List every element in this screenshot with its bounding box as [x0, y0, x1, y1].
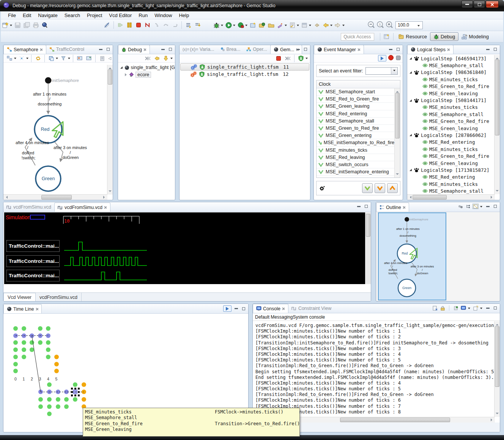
vcd-vscrollbar[interactable] — [365, 212, 371, 284]
forward-dropdown-icon[interactable] — [342, 25, 345, 27]
timeline-step-dot[interactable] — [38, 333, 43, 338]
timeline-step-dot[interactable] — [47, 412, 52, 416]
logical-step-row[interactable]: LogicalStep [986361840] — [407, 69, 494, 76]
step-into-icon[interactable] — [153, 21, 161, 29]
zoom-original-icon[interactable]: 1 — [376, 21, 384, 29]
pin-icon[interactable] — [98, 54, 106, 63]
timeline-step-dot[interactable] — [56, 404, 60, 409]
save-icon[interactable] — [13, 21, 22, 29]
timeline-step-dot[interactable] — [46, 355, 50, 359]
clock-row[interactable]: MSE_switch_occurs — [317, 161, 394, 168]
maximize-panel-icon[interactable] — [492, 204, 498, 209]
selection-handle[interactable] — [71, 394, 73, 396]
clock-row[interactable]: MSE_Green_to_Red_fire — [317, 125, 394, 132]
expanded-icon[interactable] — [410, 134, 412, 136]
minimize-panel-icon[interactable] — [295, 47, 301, 52]
clock-row[interactable]: MSE_Green_entering — [317, 132, 394, 139]
timeline-step-dot[interactable] — [54, 369, 59, 373]
clock-row[interactable]: MSE_Red_leaving — [317, 154, 394, 161]
selection-handle[interactable] — [74, 394, 76, 396]
timeline-step-dot[interactable] — [13, 340, 18, 345]
open-perspective-icon[interactable] — [258, 21, 266, 29]
expanded-icon[interactable] — [120, 66, 123, 69]
minimize-panel-icon[interactable] — [485, 204, 491, 209]
selection-handle[interactable] — [74, 388, 76, 390]
view-menu-icon[interactable] — [170, 58, 173, 60]
selected-step-dot[interactable] — [73, 390, 77, 394]
mse-event-row[interactable]: MSE_Semaphore_stall — [407, 187, 494, 194]
open-perspective-button[interactable] — [383, 33, 391, 41]
outline-thumbnail[interactable]: initSemaphore after 1 on minutes/dosomet… — [378, 212, 446, 300]
stop-engine-icon[interactable] — [274, 54, 283, 63]
maximize-panel-icon[interactable] — [363, 204, 369, 209]
timeline-step-dot[interactable] — [73, 382, 77, 387]
close-icon[interactable] — [447, 48, 450, 51]
selection-handle[interactable] — [78, 388, 80, 390]
clock-row[interactable]: MSE_Semaphore_start — [317, 88, 394, 96]
timeline-step-dot[interactable] — [22, 355, 26, 359]
logical-step-row[interactable]: LogicalStep [646594173] — [407, 55, 494, 62]
mse-event-row[interactable]: MSE_minutes_ticks — [407, 104, 494, 111]
timeline-step-dot[interactable] — [38, 404, 43, 409]
timeline-step-dot[interactable] — [82, 382, 86, 387]
timeline-step-dot[interactable] — [47, 382, 52, 387]
mse-event-row[interactable]: MSE_Semaphore_stall — [407, 62, 494, 69]
timeline-step-dot[interactable] — [46, 340, 50, 345]
tab-semaphore[interactable]: Semaphore — [3, 45, 46, 54]
close-icon[interactable] — [143, 48, 146, 51]
back-annotation-icon[interactable] — [312, 21, 321, 29]
export-diagram-icon[interactable] — [85, 54, 93, 63]
outline-tree-icon[interactable] — [465, 204, 471, 209]
timeline-step-dot[interactable] — [13, 347, 18, 352]
record-button[interactable] — [388, 55, 394, 62]
page-vcd-viewer[interactable]: Vcd Viewer — [3, 293, 36, 302]
tab-logical-steps[interactable]: Logical Steps — [407, 45, 454, 54]
resume-icon[interactable] — [116, 21, 124, 29]
show-instructions-icon[interactable] — [184, 21, 192, 29]
timeline-step-dot[interactable] — [82, 390, 86, 394]
open-console-dropdown-icon[interactable] — [480, 308, 482, 310]
tab-vcd-2[interactable]: vcdFromSimu.vcd — [54, 203, 110, 212]
vcd-waveform-area[interactable]: Simulation 10 TrafficControl::mai...Traf… — [4, 212, 366, 284]
close-icon[interactable] — [282, 307, 285, 310]
checklist-dropdown-icon[interactable] — [297, 25, 299, 27]
perspective-debug[interactable]: Debug — [430, 32, 458, 41]
selection-handle[interactable] — [78, 391, 80, 393]
clock-row[interactable]: MSE_Semaphore_stall — [317, 118, 394, 125]
selection-handle[interactable] — [78, 394, 80, 396]
menu-vcd-editor[interactable]: Vcd Editor — [106, 12, 135, 19]
menu-file[interactable]: File — [5, 12, 19, 19]
dispose-engines-icon[interactable] — [284, 54, 292, 63]
tab-constraint-view[interactable]: Constraint View — [288, 304, 334, 313]
outline-overview-icon[interactable] — [457, 204, 463, 209]
save-all-icon[interactable] — [22, 21, 31, 29]
maximize-panel-icon[interactable] — [492, 47, 498, 52]
timeline-step-dot[interactable] — [30, 347, 34, 352]
close-icon[interactable] — [358, 48, 361, 51]
mse-event-row[interactable]: MSE_Green_leaving — [407, 90, 494, 97]
clock-row[interactable]: MSE_minutes_ticks — [317, 147, 394, 154]
timeline-step-dot[interactable] — [73, 397, 77, 402]
clock-row[interactable]: MSE_initSemaphore_to_Red_fire — [317, 139, 394, 146]
scroll-lock-icon[interactable] — [439, 305, 446, 311]
engine-row[interactable]: single_traffic_light.tfsm12 — [180, 71, 309, 78]
align-dropdown-icon[interactable] — [26, 58, 28, 60]
timeline-step-dot[interactable] — [47, 390, 52, 394]
back-dropdown-icon[interactable] — [330, 25, 332, 27]
timeline-step-dot[interactable] — [38, 326, 43, 331]
forward-icon[interactable] — [334, 21, 342, 29]
mse-event-row[interactable]: MSE_Semaphore_stall — [407, 111, 494, 118]
minimize-panel-icon[interactable] — [387, 47, 394, 52]
run-icon[interactable] — [224, 21, 233, 29]
steps-vscrollbar[interactable] — [494, 55, 500, 194]
annotate-icon[interactable] — [276, 21, 284, 29]
tab-variables[interactable]: (x)=(x)= Varia... — [180, 45, 217, 54]
tab-debug[interactable]: Debug — [118, 45, 150, 54]
maximize-panel-icon[interactable] — [492, 305, 498, 311]
step-over-icon[interactable] — [162, 21, 170, 29]
tab-outline[interactable]: Outline — [376, 203, 409, 212]
align-icon[interactable] — [17, 54, 26, 63]
diagram-vscrollbar[interactable] — [107, 65, 113, 195]
collapsed-icon[interactable] — [125, 73, 127, 76]
close-icon[interactable] — [35, 308, 38, 311]
